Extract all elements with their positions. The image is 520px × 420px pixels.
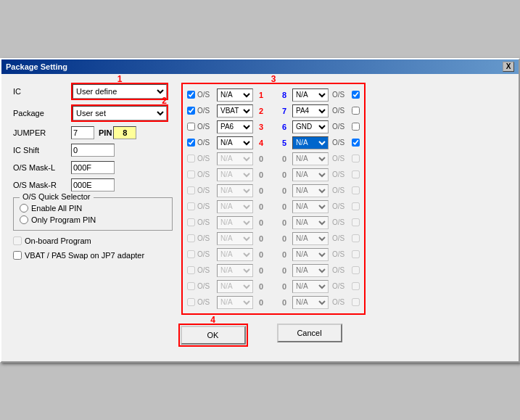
right-checkbox-5	[352, 155, 360, 162]
right-checkbox-9	[352, 218, 360, 226]
on-board-program-checkbox[interactable]	[13, 236, 22, 245]
left-os-label-5: O/S	[197, 155, 215, 162]
pin-row-13: O/SN/AVBATPA6PA4GNDVCC00N/AVBATPA6PA4GND…	[187, 279, 360, 295]
right-pin-num-14: 0	[278, 298, 290, 307]
left-select-10: N/AVBATPA6PA4GNDVCC	[217, 232, 253, 245]
pin-row-8: O/SN/AVBATPA6PA4GNDVCC00N/AVBATPA6PA4GND…	[187, 199, 360, 215]
left-checkbox-1[interactable]	[187, 91, 195, 99]
left-pin-num-13: 0	[255, 282, 267, 291]
on-board-program-row: On-board Program	[13, 236, 173, 245]
jumper-row: JUMPER PIN	[13, 126, 173, 139]
right-checkbox-12	[352, 266, 360, 274]
right-os-label-9: O/S	[332, 218, 350, 226]
left-pin-num-7: 0	[255, 186, 267, 195]
close-button[interactable]: X	[503, 62, 514, 72]
right-os-label-1: O/S	[332, 91, 350, 99]
right-pin-num-13: 0	[278, 282, 290, 291]
left-select-3[interactable]: N/AVBATPA6PA4GNDVCC	[217, 120, 253, 133]
right-pin-num-12: 0	[278, 266, 290, 275]
pin-row-11: O/SN/AVBATPA6PA4GNDVCC00N/AVBATPA6PA4GND…	[187, 247, 360, 263]
left-os-label-12: O/S	[197, 266, 215, 274]
right-checkbox-4[interactable]	[352, 139, 360, 147]
left-checkbox-3[interactable]	[187, 123, 195, 131]
right-checkbox-3[interactable]	[352, 123, 360, 131]
left-os-label-1: O/S	[197, 91, 215, 99]
annotation-3: 3	[271, 74, 276, 84]
pin-grid: O/SN/AVBATPA6PA4GNDVCC18N/AVBATPA6PA4GND…	[187, 87, 360, 310]
right-os-label-2: O/S	[332, 107, 350, 115]
button-row: 4 OK Cancel	[13, 324, 507, 353]
os-mask-l-label: O/S Mask-L	[13, 163, 71, 172]
right-os-label-12: O/S	[332, 266, 350, 274]
only-program-pin-radio[interactable]	[20, 215, 28, 224]
pin-label: PIN	[99, 128, 112, 137]
right-checkbox-7	[352, 186, 360, 194]
right-pin-num-4: 5	[278, 139, 290, 147]
left-pin-num-2: 2	[255, 107, 267, 115]
package-label: Package	[13, 109, 71, 118]
right-select-5: N/AVBATPA6PA4GNDVCC	[292, 152, 329, 165]
package-setting-window: Package Setting X IC 1 User define	[0, 58, 520, 363]
right-pin-num-2: 7	[278, 107, 290, 115]
right-os-label-10: O/S	[332, 234, 350, 242]
pin-row-5: O/SN/AVBATPA6PA4GNDVCC00N/AVBATPA6PA4GND…	[187, 151, 360, 167]
left-checkbox-9	[187, 218, 195, 226]
os-mask-r-input[interactable]	[71, 178, 115, 192]
right-select-3[interactable]: N/AVBATPA6PA4GNDVCC	[292, 120, 329, 133]
right-select-9: N/AVBATPA6PA4GNDVCC	[292, 216, 329, 229]
right-select-1[interactable]: N/AVBATPA6PA4GNDVCC	[292, 88, 329, 102]
right-os-label-5: O/S	[332, 155, 350, 162]
left-select-11: N/AVBATPA6PA4GNDVCC	[217, 248, 253, 261]
left-pin-num-6: 0	[255, 170, 267, 179]
right-pin-num-10: 0	[278, 234, 290, 243]
left-checkbox-7	[187, 186, 195, 194]
left-pin-num-4: 4	[255, 139, 267, 147]
left-checkbox-13	[187, 282, 195, 290]
right-os-label-13: O/S	[332, 282, 350, 290]
enable-all-pin-radio[interactable]	[20, 204, 28, 213]
left-select-1[interactable]: N/AVBATPA6PA4GNDVCC	[217, 88, 253, 102]
right-pin-num-5: 0	[278, 155, 290, 163]
right-os-label-3: O/S	[332, 123, 350, 131]
ok-button[interactable]: OK	[181, 326, 246, 345]
pin-input[interactable]	[113, 126, 136, 139]
left-os-label-11: O/S	[197, 250, 215, 258]
left-select-2[interactable]: N/AVBATPA6PA4GNDVCC	[217, 104, 253, 118]
left-pin-num-3: 3	[255, 123, 267, 131]
ic-shift-input[interactable]	[71, 144, 115, 157]
right-select-4[interactable]: N/AVBATPA6PA4GNDVCC	[292, 136, 329, 149]
cancel-button[interactable]: Cancel	[277, 324, 342, 342]
right-select-2[interactable]: N/AVBATPA6PA4GNDVCC	[292, 104, 329, 118]
right-checkbox-1[interactable]	[352, 91, 360, 99]
left-checkbox-2[interactable]	[187, 107, 195, 115]
left-select-14: N/AVBATPA6PA4GNDVCC	[217, 296, 253, 309]
right-checkbox-2[interactable]	[352, 107, 360, 115]
right-panel: 3 O/SN/AVBATPA6PA4GNDVCC18N/AVBATPA6PA4G…	[181, 83, 507, 315]
package-select[interactable]: User set	[73, 106, 167, 120]
left-checkbox-4[interactable]	[187, 139, 195, 147]
left-pin-num-12: 0	[255, 266, 267, 275]
right-pin-num-7: 0	[278, 186, 290, 195]
left-panel: IC 1 User define Package 2 User set	[13, 83, 173, 315]
pin-row-1: O/SN/AVBATPA6PA4GNDVCC18N/AVBATPA6PA4GND…	[187, 87, 360, 103]
vbat-swap-checkbox[interactable]	[13, 251, 22, 260]
right-checkbox-8	[352, 202, 360, 210]
ic-select[interactable]: User define	[73, 84, 167, 99]
left-os-label-2: O/S	[197, 107, 215, 115]
right-pin-num-8: 0	[278, 202, 290, 211]
left-os-label-4: O/S	[197, 139, 215, 147]
right-pin-num-9: 0	[278, 218, 290, 227]
jumper-input[interactable]	[71, 126, 94, 139]
right-os-label-6: O/S	[332, 170, 350, 178]
left-select-4[interactable]: N/AVBATPA6PA4GNDVCC	[217, 136, 253, 149]
left-select-7: N/AVBATPA6PA4GNDVCC	[217, 184, 253, 197]
pin-row-4: O/SN/AVBATPA6PA4GNDVCC45N/AVBATPA6PA4GND…	[187, 135, 360, 151]
os-mask-l-input[interactable]	[71, 161, 115, 174]
pin-row-3: O/SN/AVBATPA6PA4GNDVCC36N/AVBATPA6PA4GND…	[187, 119, 360, 135]
left-select-9: N/AVBATPA6PA4GNDVCC	[217, 216, 253, 229]
left-os-label-13: O/S	[197, 282, 215, 290]
enable-all-pin-row: Enable All PIN	[20, 204, 166, 213]
left-pin-num-10: 0	[255, 234, 267, 243]
os-quick-selector-group: O/S Quick Selector Enable All PIN Only P…	[13, 197, 173, 231]
right-select-10: N/AVBATPA6PA4GNDVCC	[292, 232, 329, 245]
